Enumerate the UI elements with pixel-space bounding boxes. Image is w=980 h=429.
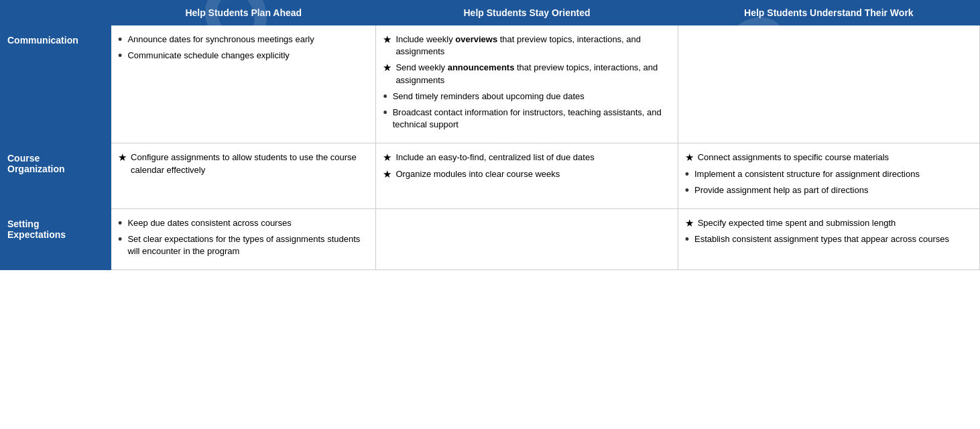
list-item: ★ Organize modules into clear course wee… [383, 168, 670, 180]
star-icon: ★ [685, 151, 694, 164]
list-item: ★ Include weekly overviews that preview … [383, 34, 670, 58]
list-item: ★ Send weekly announcements that preview… [383, 62, 670, 86]
bullet-icon: • [118, 217, 122, 229]
bullet-icon: • [118, 34, 122, 46]
row-header: Course Organization [1, 143, 111, 209]
star-icon: ★ [383, 62, 391, 74]
list-item: ★ Include an easy-to-find, centralized l… [383, 151, 670, 164]
bullet-icon: • [685, 233, 689, 245]
list-item: ★ Connect assignments to specific course… [685, 151, 973, 164]
col3-cell [678, 25, 979, 143]
list-item: ★ Specify expected time spent and submis… [685, 217, 973, 229]
column-header-understand-work: Help Students Understand Their Work [678, 1, 979, 25]
star-icon: ★ [383, 168, 391, 180]
col1-cell: • Keep due dates consistent across cours… [111, 208, 376, 270]
bullet-icon: • [383, 90, 387, 103]
bullet-icon: • [383, 107, 387, 119]
row-header: Setting Expectations [1, 208, 111, 270]
list-item: • Establish consistent assignment types … [685, 233, 973, 245]
bullet-icon: • [118, 50, 122, 62]
bullet-icon: • [685, 168, 689, 180]
table-row: Course Organization ★ Configure assignme… [1, 143, 980, 209]
column-header-0 [1, 1, 111, 25]
list-item: • Communicate schedule changes explicitl… [118, 50, 369, 62]
list-item: ★ Configure assignments to allow student… [118, 151, 369, 176]
column-header-stay-oriented: Help Students Stay Oriented [376, 1, 678, 25]
list-item: • Provide assignment help as part of dir… [685, 184, 973, 196]
bullet-icon: • [685, 184, 689, 196]
star-icon: ★ [685, 217, 694, 229]
col2-cell: ★ Include weekly overviews that preview … [376, 25, 678, 143]
star-icon: ★ [118, 151, 127, 164]
col1-cell: ★ Configure assignments to allow student… [111, 143, 376, 209]
row-header: Communication [1, 25, 111, 143]
col2-cell [376, 208, 678, 270]
list-item: • Keep due dates consistent across cours… [118, 217, 369, 229]
table-row: Communication • Announce dates for synch… [1, 25, 980, 143]
list-item: • Broadcast contact information for inst… [383, 107, 670, 131]
table-row: Setting Expectations • Keep due dates co… [1, 208, 980, 270]
list-item: • Send timely reminders about upcoming d… [383, 90, 670, 103]
col1-cell: • Announce dates for synchronous meeting… [111, 25, 376, 143]
column-header-plan-ahead: Help Students Plan Ahead [111, 1, 376, 25]
bullet-icon: • [118, 233, 122, 245]
list-item: • Implement a consistent structure for a… [685, 168, 973, 180]
list-item: • Announce dates for synchronous meeting… [118, 34, 369, 46]
star-icon: ★ [383, 34, 391, 46]
star-icon: ★ [383, 151, 391, 164]
list-item: • Set clear expectations for the types o… [118, 233, 369, 257]
col3-cell: ★ Specify expected time spent and submis… [678, 208, 979, 270]
col2-cell: ★ Include an easy-to-find, centralized l… [376, 143, 678, 209]
col3-cell: ★ Connect assignments to specific course… [678, 143, 979, 209]
